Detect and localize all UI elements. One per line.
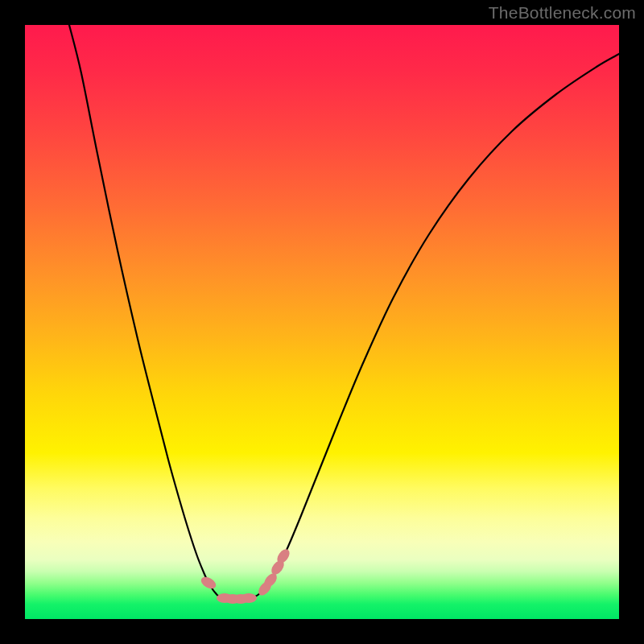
- curve-layer: [25, 25, 619, 619]
- curve-markers: [199, 547, 291, 604]
- marker-point: [199, 575, 217, 591]
- bottleneck-curve: [69, 25, 619, 599]
- watermark-text: TheBottleneck.com: [489, 3, 636, 23]
- marker-point: [241, 593, 257, 603]
- chart-frame: TheBottleneck.com: [0, 0, 644, 644]
- plot-area: [25, 25, 619, 619]
